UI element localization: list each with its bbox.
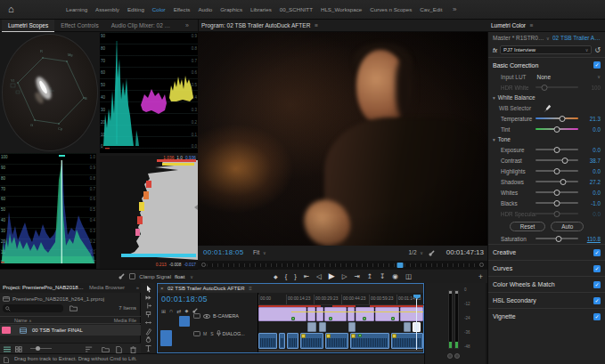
video-clip[interactable] xyxy=(400,307,423,321)
source-patch-audio[interactable] xyxy=(160,330,172,346)
slip-tool[interactable] xyxy=(144,319,152,327)
video-clip[interactable] xyxy=(404,322,411,332)
column-media-file[interactable]: Media File xyxy=(114,317,136,325)
workspace-tab[interactable]: Effects xyxy=(172,6,192,12)
input-lut-select[interactable]: None xyxy=(537,74,552,80)
temperature-slider-track[interactable] xyxy=(536,117,578,119)
comparison-view-button[interactable]: ◫ xyxy=(405,273,412,280)
icon-view-icon[interactable] xyxy=(15,346,22,352)
video-clip[interactable] xyxy=(375,307,399,321)
nest-icon[interactable]: ⊞ xyxy=(161,308,166,314)
video-clip[interactable] xyxy=(348,322,356,332)
video-clip[interactable] xyxy=(307,322,316,332)
tint-slider-track[interactable] xyxy=(536,128,578,130)
slider-value[interactable]: 0.0 xyxy=(582,168,601,174)
slider-value[interactable]: 27.2 xyxy=(582,179,601,185)
video-clip[interactable] xyxy=(347,307,355,321)
track-lock-icon[interactable] xyxy=(193,331,200,336)
workspace-tab[interactable]: 00_SCHNITT xyxy=(278,6,315,12)
step-back-button[interactable]: ◁ xyxy=(316,273,322,280)
lumetri-section[interactable]: Vignette ✓ xyxy=(488,308,605,324)
workspace-tab[interactable]: Graphics xyxy=(218,6,244,12)
program-current-timecode[interactable]: 00:01:18:05 xyxy=(203,248,244,256)
slider-track[interactable] xyxy=(536,170,578,172)
workspace-tab[interactable]: Assembly xyxy=(94,6,121,12)
scrubber-playhead[interactable] xyxy=(397,263,403,268)
label-color-swatch[interactable] xyxy=(2,327,11,334)
selection-tool[interactable] xyxy=(144,285,152,293)
white-balance-header[interactable]: ▾ White Balance xyxy=(488,93,605,102)
go-to-out-button[interactable]: ⇥ xyxy=(354,273,359,280)
step-forward-button[interactable]: ▷ xyxy=(342,273,347,280)
workspace-tab[interactable]: Curves n Scopes xyxy=(368,6,413,12)
zoom-level-select[interactable]: Fit ∨ xyxy=(253,249,266,255)
panel-tab-overflow-icon[interactable]: » xyxy=(185,22,189,28)
slider-knob[interactable] xyxy=(553,200,560,206)
sort-icon[interactable] xyxy=(86,346,93,352)
tone-header[interactable]: ▾ Tone xyxy=(488,134,605,144)
lift-button[interactable]: ↥ xyxy=(367,273,372,280)
section-checkbox[interactable]: ✓ xyxy=(593,61,601,69)
section-basic-correction[interactable]: Basic Correction ✓ xyxy=(488,59,605,71)
tab-overflow-icon[interactable]: » xyxy=(136,283,139,293)
timeline-current-timecode[interactable]: 00:01:18:05 xyxy=(161,295,208,303)
tab-project[interactable]: Project: PremierePro_NAB2018_h264_1 xyxy=(3,283,85,293)
slider-knob[interactable] xyxy=(541,85,547,91)
panel-tab[interactable]: Audio Clip Mixer: 02 TSB Trailer AutoDuc… xyxy=(105,20,180,32)
slider-knob[interactable] xyxy=(554,168,560,174)
slider-value[interactable]: 0.0 xyxy=(582,147,601,153)
home-icon[interactable]: ⌂ xyxy=(8,4,14,14)
new-bin-icon[interactable] xyxy=(102,346,110,352)
pen-tool[interactable] xyxy=(144,328,152,336)
program-scrubber[interactable] xyxy=(201,262,484,269)
slider-value[interactable]: 0.0 xyxy=(582,211,601,217)
slider-value[interactable]: 0.0 xyxy=(582,190,601,196)
zoom-slider-track[interactable] xyxy=(30,348,52,349)
bin-path-row[interactable]: PremierePro_NAB2018_h264_1.prproj xyxy=(3,295,136,303)
zoom-slider-knob[interactable] xyxy=(36,346,40,351)
settings-wrench-icon[interactable] xyxy=(428,249,436,257)
track-visibility-eye-icon[interactable] xyxy=(203,314,210,319)
wrench-icon[interactable] xyxy=(118,272,126,280)
preset-select[interactable]: PJ7 Interview ∨ xyxy=(500,45,592,54)
video-clip[interactable] xyxy=(307,307,315,321)
filter-bin-icon[interactable] xyxy=(69,304,78,311)
workspace-overflow-icon[interactable]: » xyxy=(453,5,456,13)
razor-tool[interactable] xyxy=(144,311,152,319)
search-input[interactable] xyxy=(3,304,63,312)
slider-knob[interactable] xyxy=(554,211,560,217)
track-select-forward-tool[interactable] xyxy=(144,294,152,302)
add-marker-button[interactable]: ◆ xyxy=(274,274,278,279)
slider-knob[interactable] xyxy=(560,116,566,122)
scrubber-start-handle[interactable] xyxy=(201,263,206,267)
slider-knob[interactable] xyxy=(556,236,562,242)
project-item-row[interactable]: 00 TSB Trailer FINAL xyxy=(0,325,141,336)
audio-clip[interactable] xyxy=(287,333,298,349)
button-editor-add-icon[interactable]: + xyxy=(478,272,483,281)
slider-knob[interactable] xyxy=(554,147,560,153)
video-track-header[interactable]: B-CAMERA xyxy=(193,313,239,319)
scrubber-end-handle[interactable] xyxy=(479,263,484,267)
lumetri-section[interactable]: Color Wheels & Match ✓ xyxy=(488,276,605,292)
lumetri-section[interactable]: HSL Secondary ✓ xyxy=(488,292,605,308)
tab-sequence[interactable]: 02 TSB Trailer AutoDuck AFTER ≡ xyxy=(168,284,252,293)
list-view-icon[interactable] xyxy=(4,346,11,352)
workspace-tab[interactable]: Cav_Edit xyxy=(418,6,444,12)
scrubber-track[interactable] xyxy=(207,263,478,267)
new-item-icon[interactable] xyxy=(116,346,122,353)
video-clip[interactable] xyxy=(324,307,347,321)
tab-media-browser[interactable]: Media Browser xyxy=(89,283,125,293)
slider-track[interactable] xyxy=(536,159,578,161)
slider-knob[interactable] xyxy=(560,179,566,185)
section-checkbox[interactable]: ✓ xyxy=(593,313,601,320)
slider-knob[interactable] xyxy=(562,158,568,164)
clamp-signal-checkbox[interactable] xyxy=(129,273,135,279)
workspace-tab[interactable]: Editing xyxy=(126,6,146,12)
slider-value[interactable]: 0.0 xyxy=(582,126,601,133)
workspace-tab[interactable]: Audio xyxy=(196,6,214,12)
panel-menu-icon[interactable]: ≡ xyxy=(315,22,318,28)
video-clip[interactable] xyxy=(319,322,326,332)
hand-tool[interactable] xyxy=(144,336,152,344)
auto-button[interactable]: Auto xyxy=(551,222,584,231)
audio-clip[interactable] xyxy=(350,333,389,349)
